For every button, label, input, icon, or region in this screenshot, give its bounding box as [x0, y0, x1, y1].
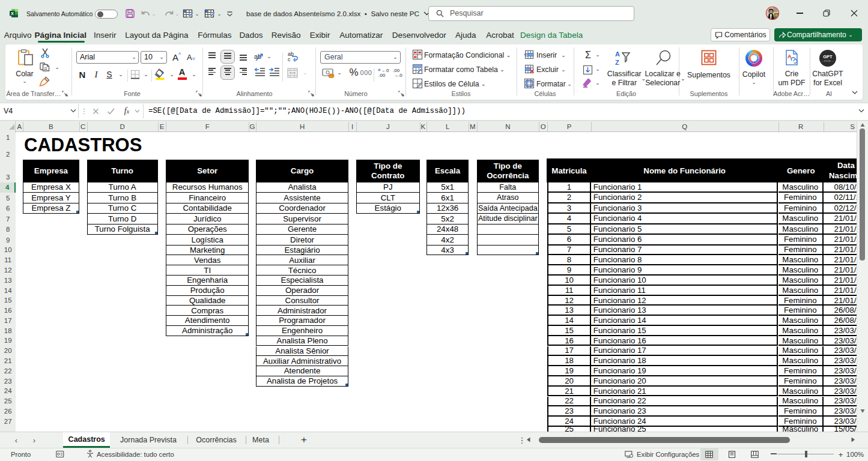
- svg-text:Z: Z: [615, 59, 619, 66]
- svg-text:c: c: [288, 56, 291, 62]
- svg-text:→.0: →.0: [393, 73, 402, 78]
- svg-text:— EXCEL —: — EXCEL —: [822, 60, 834, 62]
- svg-text:.00: .00: [378, 73, 386, 78]
- svg-text:X: X: [11, 11, 14, 16]
- svg-text:A: A: [615, 50, 620, 58]
- svg-text:GPT: GPT: [823, 54, 833, 59]
